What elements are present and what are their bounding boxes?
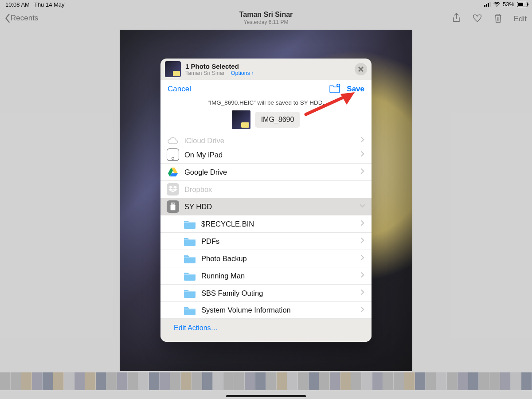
folder-row[interactable]: Photo Backup xyxy=(160,250,372,267)
cloud-icon xyxy=(167,134,179,147)
usb-drive-icon xyxy=(167,200,179,213)
filename-field[interactable]: IMG_8690 xyxy=(255,112,301,128)
close-button[interactable] xyxy=(355,63,367,75)
delete-button[interactable] xyxy=(493,12,503,26)
folder-icon xyxy=(184,254,196,263)
folder-row[interactable]: Running Man xyxy=(160,267,372,284)
folder-label: Photo Backup xyxy=(201,254,247,263)
svg-marker-6 xyxy=(173,186,177,188)
new-folder-button[interactable] xyxy=(329,84,340,94)
heart-icon xyxy=(472,12,482,24)
share-thumb xyxy=(165,61,181,77)
wifi-icon xyxy=(493,2,500,7)
trash-icon xyxy=(493,12,503,24)
edit-button[interactable]: Edit xyxy=(514,15,527,23)
cancel-button[interactable]: Cancel xyxy=(168,85,191,94)
close-icon xyxy=(358,66,364,72)
svg-point-0 xyxy=(496,5,497,6)
location-label: Google Drive xyxy=(184,168,227,176)
favorite-button[interactable] xyxy=(472,12,482,26)
location-icloud[interactable]: iCloud Drive xyxy=(160,135,372,146)
dropbox-icon xyxy=(167,183,179,196)
status-bar: 10:08 AM Thu 14 May 53% xyxy=(0,0,532,9)
cell-signal-icon xyxy=(484,2,491,7)
home-indicator[interactable] xyxy=(226,395,306,397)
folder-icon xyxy=(184,271,196,281)
folder-row[interactable]: PDFs xyxy=(160,232,372,250)
share-sheet: 1 Photo Selected Taman Sri Sinar Options… xyxy=(160,59,372,342)
folder-icon xyxy=(184,236,196,246)
share-location: Taman Sri Sinar xyxy=(185,70,225,76)
chevron-down-icon xyxy=(360,203,364,211)
chevron-right-icon xyxy=(360,151,364,159)
chevron-right-icon xyxy=(360,306,364,314)
folder-label: $RECYCLE.BIN xyxy=(201,220,254,228)
folder-plus-icon xyxy=(329,84,340,93)
svg-rect-10 xyxy=(171,203,174,205)
share-title: 1 Photo Selected xyxy=(185,63,254,70)
folder-row[interactable]: System Volume Information xyxy=(160,301,372,319)
location-list: iCloud Drive On My iPad Google Drive xyxy=(160,135,372,319)
chevron-right-icon xyxy=(360,137,364,145)
nav-bar: Recents Taman Sri Sinar Yesterday 6:11 P… xyxy=(0,9,532,29)
share-header: 1 Photo Selected Taman Sri Sinar Options… xyxy=(160,59,372,80)
battery-percent: 53% xyxy=(503,1,514,8)
folder-label: System Volume Information xyxy=(201,306,291,314)
folder-list: $RECYCLE.BIN PDFs Photo Backup xyxy=(160,215,372,319)
save-button[interactable]: Save xyxy=(347,85,364,94)
location-dropbox[interactable]: Dropbox xyxy=(160,180,372,198)
status-time: 10:08 AM xyxy=(5,1,30,8)
battery-icon xyxy=(517,2,528,7)
ipad-icon xyxy=(167,149,179,161)
google-drive-icon xyxy=(167,166,179,178)
share-button[interactable] xyxy=(451,12,462,26)
chevron-right-icon xyxy=(360,168,364,176)
svg-rect-12 xyxy=(172,203,172,204)
status-date: Thu 14 May xyxy=(34,1,65,8)
edit-actions-button[interactable]: Edit Actions… xyxy=(160,319,372,342)
folder-label: SBS Family Outing xyxy=(201,289,263,297)
file-thumb xyxy=(232,110,250,129)
chevron-right-icon xyxy=(360,237,364,246)
save-message: “IMG_8690.HEIC” will be saved to SY HDD. xyxy=(160,98,372,110)
chevron-right-icon xyxy=(360,272,364,280)
location-label: On My iPad xyxy=(184,151,223,159)
folder-label: Running Man xyxy=(201,272,245,280)
svg-rect-11 xyxy=(171,204,176,210)
location-sy-hdd[interactable]: SY HDD xyxy=(160,198,372,215)
svg-rect-13 xyxy=(173,203,174,204)
svg-marker-9 xyxy=(171,190,175,192)
location-label: iCloud Drive xyxy=(184,137,224,145)
chevron-right-icon xyxy=(360,220,364,228)
location-label: SY HDD xyxy=(184,203,212,211)
location-on-my-ipad[interactable]: On My iPad xyxy=(160,146,372,163)
folder-icon xyxy=(184,219,196,229)
location-google-drive[interactable]: Google Drive xyxy=(160,163,372,180)
svg-marker-5 xyxy=(168,186,173,188)
folder-label: PDFs xyxy=(201,237,219,246)
share-options-button[interactable]: Options › xyxy=(231,70,254,76)
chevron-right-icon xyxy=(360,254,364,263)
folder-icon xyxy=(184,305,196,315)
folder-icon xyxy=(184,288,196,298)
location-label: Dropbox xyxy=(184,185,212,194)
save-panel: Cancel Save “IMG_8690.HEIC” will be save… xyxy=(160,80,372,319)
share-icon xyxy=(451,12,462,24)
chevron-right-icon xyxy=(360,289,364,297)
folder-row[interactable]: $RECYCLE.BIN xyxy=(160,215,372,232)
folder-row[interactable]: SBS Family Outing xyxy=(160,284,372,301)
